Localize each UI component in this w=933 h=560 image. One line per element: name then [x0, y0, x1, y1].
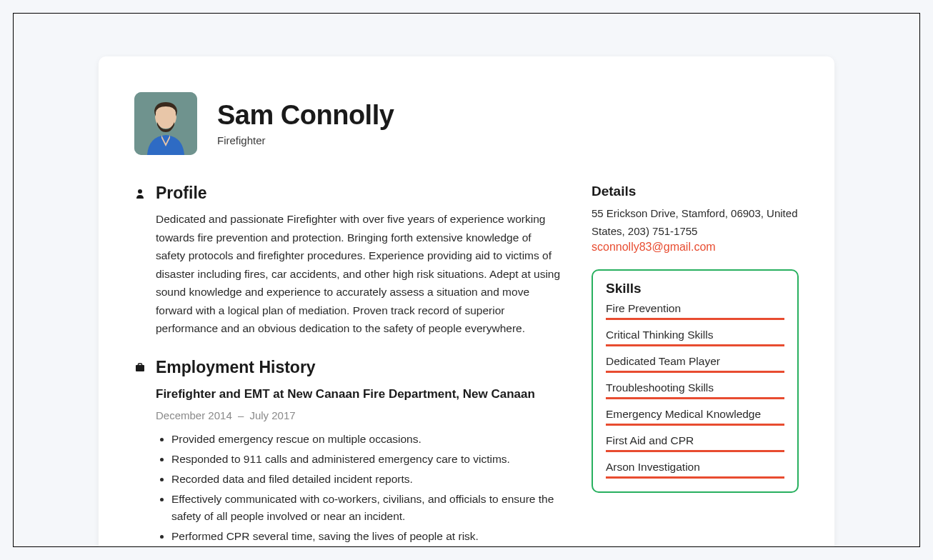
skill-name: Emergency Medical Knowledge: [606, 408, 784, 421]
profile-text: Dedicated and passionate Firefighter wit…: [134, 210, 563, 338]
svg-point-2: [138, 189, 142, 194]
skill-row: Fire Prevention: [606, 302, 784, 320]
skill-name: First Aid and CPR: [606, 434, 784, 447]
bullet-item: Recorded data and filed detailed inciden…: [171, 471, 563, 488]
skill-row: Dedicated Team Player: [606, 355, 784, 373]
job-bullets: Provided emergency rescue on multiple oc…: [156, 431, 563, 547]
skill-bar: [606, 344, 784, 346]
section-head: Employment History: [134, 358, 563, 377]
skill-name: Dedicated Team Player: [606, 355, 784, 368]
person-name: Sam Connolly: [217, 101, 394, 131]
section-head: Profile: [134, 184, 563, 203]
skills-section: Skills Fire Prevention Critical Thinking…: [592, 269, 799, 493]
avatar: [134, 92, 197, 155]
avatar-image: [134, 92, 197, 155]
profile-section: Profile Dedicated and passionate Firefig…: [134, 184, 563, 338]
briefcase-icon: [134, 361, 146, 373]
main-column: Profile Dedicated and passionate Firefig…: [134, 184, 563, 547]
skills-heading: Skills: [606, 281, 784, 296]
details-heading: Details: [592, 184, 799, 199]
skill-bar: [606, 397, 784, 399]
person-icon: [134, 188, 146, 199]
skill-row: Troubleshooting Skills: [606, 381, 784, 399]
resume-body: Profile Dedicated and passionate Firefig…: [134, 184, 799, 547]
skill-name: Fire Prevention: [606, 302, 784, 315]
skill-bar: [606, 371, 784, 373]
skill-bar: [606, 450, 784, 452]
profile-heading: Profile: [156, 184, 207, 203]
skill-row: Emergency Medical Knowledge: [606, 408, 784, 426]
skill-row: Arson Investigation: [606, 461, 784, 479]
skill-bar: [606, 476, 784, 479]
sidebar-column: Details 55 Erickson Drive, Stamford, 069…: [592, 184, 799, 547]
resume-page: Sam Connolly Firefighter Profile Dedicat…: [99, 56, 834, 547]
viewport: Sam Connolly Firefighter Profile Dedicat…: [13, 13, 920, 547]
skill-bar: [606, 424, 784, 426]
job-start: December 2014: [156, 409, 232, 421]
bullet-item: Provided emergency rescue on multiple oc…: [171, 431, 563, 448]
job-dates: December 2014 – July 2017: [156, 407, 563, 425]
details-address: 55 Erickson Drive, Stamford, 06903, Unit…: [592, 205, 799, 241]
skill-row: First Aid and CPR: [606, 434, 784, 452]
bullet-item: Effectively communicated with co-workers…: [171, 491, 563, 525]
bullet-item: Performed CPR several time, saving the l…: [171, 528, 563, 545]
skill-bar: [606, 318, 784, 320]
person-title: Firefighter: [217, 134, 394, 146]
resume-header: Sam Connolly Firefighter: [134, 92, 799, 155]
details-section: Details 55 Erickson Drive, Stamford, 069…: [592, 184, 799, 254]
employment-body: Firefighter and EMT at New Canaan Fire D…: [134, 384, 563, 547]
job-title: Firefighter and EMT at New Canaan Fire D…: [156, 384, 563, 404]
skill-row: Critical Thinking Skills: [606, 329, 784, 346]
employment-section: Employment History Firefighter and EMT a…: [134, 358, 563, 547]
date-separator: –: [238, 409, 244, 421]
bullet-item: Responded to 911 calls and administered …: [171, 451, 563, 468]
skill-name: Troubleshooting Skills: [606, 381, 784, 394]
job-end: July 2017: [249, 409, 295, 421]
employment-heading: Employment History: [156, 358, 316, 377]
details-email[interactable]: sconnolly83@gmail.com: [592, 241, 716, 253]
skill-name: Arson Investigation: [606, 461, 784, 474]
skill-name: Critical Thinking Skills: [606, 329, 784, 341]
header-text: Sam Connolly Firefighter: [217, 101, 394, 147]
svg-rect-4: [139, 364, 142, 366]
